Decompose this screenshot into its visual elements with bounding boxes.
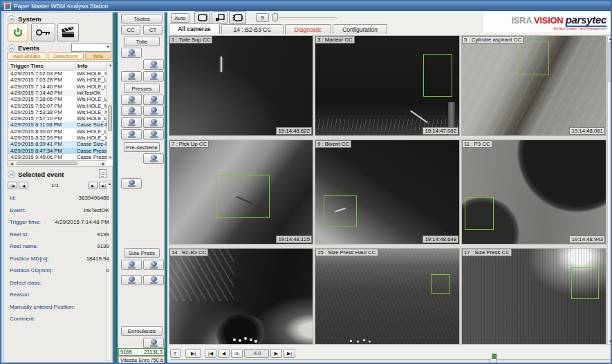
event-row[interactable]: 4/29/2015 7:14:48 PMInkTestOK — [8, 90, 106, 96]
scroll-up-icon[interactable]: ▲ — [106, 181, 113, 186]
grid-scrollbar[interactable]: ▲ ▼ — [607, 35, 612, 345]
group-toile-button[interactable]: Toile — [124, 37, 160, 46]
camera-21-button[interactable] — [143, 338, 164, 348]
pager-prev-button[interactable]: ◀ — [19, 182, 28, 189]
camera-cell-17[interactable]: 17 : Size Press CC — [461, 248, 606, 345]
tab-web-breaks[interactable]: Web Breaks — [7, 52, 46, 60]
collapse-system-icon[interactable] — [8, 15, 15, 23]
camera-cell-5[interactable]: 5 : Cylindre aspirant CC 19:14:48.061 — [461, 35, 606, 136]
camera-cell-9[interactable]: 9 : Bivent CC 19:14:48.648 — [315, 140, 460, 245]
collapse-events-icon[interactable] — [8, 44, 15, 52]
camera-11-button[interactable] — [121, 117, 142, 128]
scroll-thumb[interactable] — [609, 42, 611, 82]
scroll-up-icon[interactable]: ▲ — [607, 36, 612, 41]
splitter-left[interactable] — [113, 12, 118, 363]
power-button[interactable] — [8, 23, 28, 41]
group-pre-secherie-button[interactable]: Pre-secherie — [124, 142, 160, 152]
group-size-press-button[interactable]: Size Press — [124, 248, 160, 258]
camera-1-button[interactable] — [121, 48, 142, 58]
camera-19-button[interactable] — [121, 275, 142, 285]
tab-diagnostic[interactable]: Diagnostic — [285, 24, 331, 34]
group-presses-button[interactable]: Presses — [124, 84, 160, 93]
group-cc-button[interactable]: CC — [121, 25, 140, 35]
scroll-thumb[interactable] — [17, 162, 77, 165]
camera-cell-15[interactable]: 15 : Size Press Haut CC — [315, 248, 460, 345]
camera-15-button[interactable] — [143, 153, 164, 164]
scroll-left-icon[interactable]: ◀ — [8, 161, 15, 166]
playback-last-frame-button[interactable]: ▶| — [284, 349, 295, 358]
tab-b2-b3-cc[interactable]: 14 : B2-B3 CC — [221, 24, 284, 34]
camera-cell-3[interactable]: 3 : Marieur CC 19:14:47.082 — [315, 35, 460, 136]
scroll-thumb[interactable] — [108, 105, 112, 131]
zoom-slider-thumb[interactable] — [272, 13, 278, 21]
zoom-slider-track[interactable] — [273, 17, 337, 19]
titlebar[interactable]: Paper Master WBM Analysis Station — [1, 1, 611, 11]
timeline-track[interactable] — [169, 359, 611, 361]
group-enrouleuse-button[interactable]: Enrouleuse — [121, 326, 163, 336]
tab-all-cameras[interactable]: All cameras — [169, 23, 220, 34]
camera-20-button[interactable] — [143, 275, 164, 285]
event-row[interactable]: 4/29/2015 7:02:03 PMWis:HOLE_XL — [8, 70, 106, 77]
scroll-down-icon[interactable]: ▼ — [607, 338, 612, 344]
playback-prev-frame-button[interactable]: ◀ — [218, 349, 230, 358]
events-filter-select[interactable]: ▾ — [71, 43, 111, 52]
camera-17-button[interactable] — [121, 260, 142, 270]
event-row[interactable]: 4/29/2015 9:45:06 PMCasse Presse — [8, 154, 106, 160]
camera-16-button[interactable] — [121, 178, 142, 189]
camera-10-button[interactable] — [143, 106, 164, 116]
pager-first-button[interactable]: |◀ — [8, 182, 17, 189]
camera-7-button[interactable] — [121, 95, 142, 105]
playback-compare-button[interactable]: ≠ — [170, 349, 180, 358]
camera-cell-14[interactable]: 14 : B2-B3 CC — [169, 248, 313, 345]
events-hscrollbar[interactable]: ◀ ▶ — [8, 160, 106, 166]
camera-14-button[interactable] — [143, 129, 164, 140]
tab-detections[interactable]: Detections — [48, 52, 84, 60]
playback-first-frame-button[interactable]: |◀ — [205, 349, 216, 358]
layout-overlap-view-button[interactable] — [212, 11, 228, 24]
camera-13-button[interactable] — [121, 129, 142, 140]
col-info[interactable]: Info — [75, 63, 88, 69]
event-row[interactable]: 4/29/2015 8:39:41 PMCasse Size-Presse — [8, 141, 106, 147]
event-row[interactable]: 4/29/2015 7:57:10 PMWis:HOLE_L — [8, 115, 106, 122]
camera-9-button[interactable] — [121, 106, 142, 116]
event-row[interactable]: 4/29/2015 7:53:38 PMWis:HOLE_XL — [8, 109, 106, 115]
event-row[interactable]: 4/29/2015 8:11:08 PMCasse Size-Presse — [8, 122, 106, 128]
report-icon[interactable] — [99, 169, 106, 178]
camera-18-button[interactable] — [143, 260, 164, 270]
pager-next-button[interactable]: ▶ — [88, 182, 98, 189]
tab-wis[interactable]: WIS — [85, 52, 111, 60]
camera-cell-7[interactable]: 7 : Pick Up CC 19:14:48.125 — [169, 140, 313, 245]
playback-play-to-event-button[interactable]: ▶| — [185, 349, 201, 358]
camera-6-button[interactable] — [143, 71, 164, 82]
event-row[interactable]: 4/29/2015 7:52:07 PMWis:HOLE_M — [8, 103, 106, 109]
events-vscrollbar[interactable]: ▲ ▼ — [106, 62, 113, 160]
event-row[interactable]: 4/29/2015 8:47:34 PMCasse Presse — [8, 148, 106, 154]
event-row[interactable]: 4/29/2015 7:14:40 PMWis:HOLE_L — [8, 84, 106, 90]
camera-8-button[interactable] — [143, 95, 164, 105]
camera-5-button[interactable] — [121, 71, 142, 82]
auto-button[interactable]: Auto — [171, 13, 189, 23]
timeline-thumb[interactable] — [490, 358, 497, 364]
event-row[interactable]: 4/29/2015 7:38:05 PMWis:HOLE_L — [8, 96, 106, 102]
event-row[interactable]: 4/29/2015 8:30:07 PMWis:HOLE_L — [8, 128, 106, 135]
group-toutes-button[interactable]: Toutes — [121, 14, 163, 23]
layout-single-view-button[interactable] — [194, 11, 210, 24]
event-row[interactable]: 4/29/2015 8:32:59 PMWis:HOLE_XL — [8, 135, 106, 141]
tab-configuration[interactable]: Configuration — [333, 24, 387, 34]
event-row[interactable]: 4/29/2015 7:03:28 PMWis:HOLE_L — [8, 77, 106, 83]
collapse-selected-event-icon[interactable] — [8, 171, 15, 178]
playback-next-frame-button[interactable]: ▶ — [270, 349, 282, 358]
s-button[interactable]: S — [256, 13, 269, 22]
key-button[interactable] — [31, 23, 55, 41]
camera-cell-1[interactable]: 1 : Toile Sup CC 19:14:46.622 — [169, 35, 313, 136]
camera-12-button[interactable] — [143, 117, 164, 128]
camera-3-button[interactable] — [143, 59, 164, 70]
layout-multi-view-button[interactable] — [229, 11, 246, 24]
camera-cell-11[interactable]: 11 : P3 CC 19:14:48.943 — [461, 140, 606, 245]
events-table-header[interactable]: Trigger Time Info — [8, 62, 106, 70]
playback-origin-button[interactable]: -o- — [231, 349, 243, 358]
scroll-right-icon[interactable]: ▶ — [100, 161, 106, 166]
clapper-button[interactable] — [57, 23, 79, 41]
playback-offset-field[interactable]: -4.0 — [244, 349, 269, 358]
col-trigger-time[interactable]: Trigger Time — [10, 63, 44, 69]
